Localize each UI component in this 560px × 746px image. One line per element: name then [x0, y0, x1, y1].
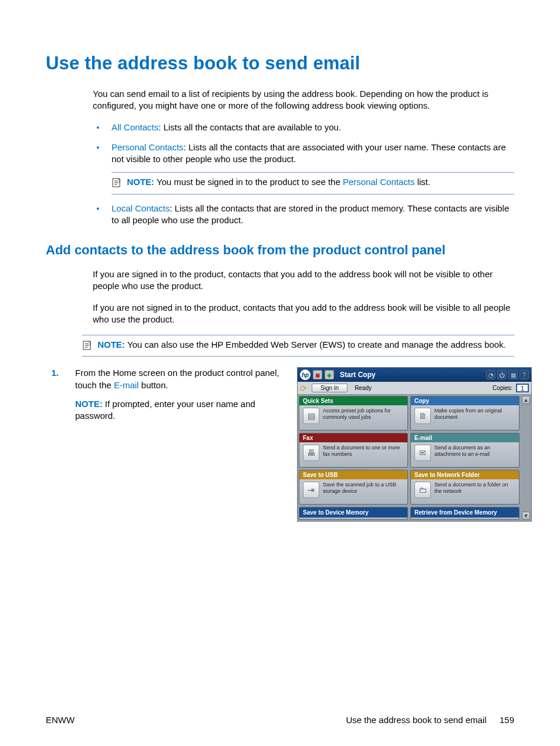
- scroll-up-icon[interactable]: ▲: [522, 396, 530, 404]
- tile-copy[interactable]: Copy 🗎 Make copies from an original docu…: [410, 396, 519, 431]
- personal-contacts-link: Personal Contacts: [112, 142, 184, 152]
- tile-title: Save to Device Memory: [299, 508, 407, 518]
- tile-title: Fax: [299, 434, 407, 442]
- note-icon: [82, 340, 95, 354]
- bullet-text: : Lists all the contacts that are stored…: [112, 203, 509, 225]
- control-panel-screenshot: hp ◼ ◆ Start Copy ◔ ⏻ ▦ ? ⟳ Sign In Read…: [297, 367, 532, 522]
- power-icon[interactable]: ⏻: [497, 370, 507, 379]
- tile-desc: Save the scanned job to a USB storage de…: [323, 482, 404, 494]
- footer-right: Use the address book to send email 159: [346, 715, 514, 725]
- step-instruction: From the Home screen on the product cont…: [75, 367, 286, 391]
- note-label: NOTE:: [97, 340, 125, 350]
- scroll-down-icon[interactable]: ▼: [522, 512, 530, 520]
- local-contacts-link: Local Contacts: [112, 203, 170, 213]
- footer-left: ENWW: [46, 715, 75, 725]
- fax-icon: 🖶: [303, 445, 319, 461]
- paragraph-signed-in: If you are signed in to the product, con…: [93, 268, 514, 293]
- tile-title: Quick Sets: [299, 396, 407, 405]
- tile-save-network[interactable]: Save to Network Folder 🗀 Send a document…: [410, 470, 519, 505]
- tile-desc: Send a document to one or more fax numbe…: [323, 445, 404, 457]
- tile-title: Retrieve from Device Memory: [411, 508, 519, 518]
- note-text: You can also use the HP Embedded Web Ser…: [127, 340, 506, 350]
- copies-input[interactable]: 1: [516, 384, 529, 392]
- status-text: Ready: [350, 385, 490, 391]
- start-icon[interactable]: ◆: [325, 370, 334, 379]
- paragraph-not-signed-in: If you are not signed in to the product,…: [93, 302, 514, 326]
- page-number: 159: [500, 715, 514, 725]
- quicksets-icon: ▤: [303, 408, 319, 424]
- bullet-personal-contacts: Personal Contacts: Lists all the contact…: [93, 142, 514, 194]
- folder-icon: 🗀: [414, 482, 431, 498]
- copy-icon: 🗎: [414, 408, 431, 424]
- tile-fax[interactable]: Fax 🖶 Send a document to one or more fax…: [299, 433, 408, 468]
- tile-retrieve-device-memory[interactable]: Retrieve from Device Memory: [410, 507, 519, 520]
- tile-save-device-memory[interactable]: Save to Device Memory: [299, 507, 408, 520]
- note-icon: [112, 177, 124, 191]
- email-icon: ✉: [414, 445, 431, 461]
- panel-status-bar: ⟳ Sign In Ready Copies: 1: [298, 382, 531, 395]
- tile-save-usb[interactable]: Save to USB ⇥ Save the scanned job to a …: [299, 470, 408, 505]
- intro-paragraph: You can send email to a list of recipien…: [93, 88, 514, 112]
- tile-desc: Make copies from an original document: [434, 408, 515, 420]
- stop-icon[interactable]: ◼: [313, 370, 322, 379]
- step-number: 1.: [46, 367, 67, 379]
- help-icon[interactable]: ?: [519, 370, 529, 379]
- step-note: NOTE: If prompted, enter your user name …: [75, 398, 286, 422]
- header-title: Start Copy: [340, 371, 484, 379]
- tile-desc: Send a document to a folder on the netwo…: [434, 482, 515, 494]
- panel-header: hp ◼ ◆ Start Copy ◔ ⏻ ▦ ?: [298, 368, 531, 382]
- bullet-text: : Lists all the contacts that are availa…: [158, 122, 341, 132]
- sign-in-button[interactable]: Sign In: [312, 384, 348, 392]
- tile-desc: Send a document as an attachment to an e…: [434, 445, 515, 457]
- tile-title: E-mail: [411, 434, 519, 442]
- tile-title: Copy: [411, 396, 519, 405]
- all-contacts-link: All Contacts: [112, 122, 158, 132]
- note-link: Personal Contacts: [343, 177, 415, 187]
- note-text-post: list.: [415, 177, 431, 187]
- page-heading: Use the address book to send email: [46, 53, 514, 74]
- note-text-pre: You must be signed in to the product to …: [157, 177, 343, 187]
- tile-desc: Access preset job options for commonly u…: [323, 408, 404, 420]
- tile-title: Save to Network Folder: [411, 471, 519, 479]
- bullet-all-contacts: All Contacts: Lists all the contacts tha…: [93, 122, 514, 133]
- note-label: NOTE:: [75, 399, 103, 409]
- tile-email[interactable]: E-mail ✉ Send a document as an attachmen…: [410, 433, 519, 468]
- note-text: If prompted, enter your user name and pa…: [75, 399, 255, 421]
- copies-label: Copies:: [492, 385, 512, 391]
- tile-title: Save to USB: [299, 471, 407, 479]
- hp-logo-icon: hp: [300, 369, 311, 380]
- usb-icon: ⇥: [303, 482, 319, 498]
- email-link: E-mail: [114, 380, 139, 390]
- tile-quick-sets[interactable]: Quick Sets ▤ Access preset job options f…: [299, 396, 408, 431]
- orb-icon[interactable]: ◔: [486, 370, 495, 379]
- refresh-icon[interactable]: ⟳: [300, 384, 309, 393]
- bullet-local-contacts: Local Contacts: Lists all the contacts t…: [93, 203, 514, 227]
- network-icon[interactable]: ▦: [508, 370, 518, 379]
- note-label: NOTE:: [127, 177, 154, 187]
- subheading: Add contacts to the address book from th…: [46, 243, 514, 258]
